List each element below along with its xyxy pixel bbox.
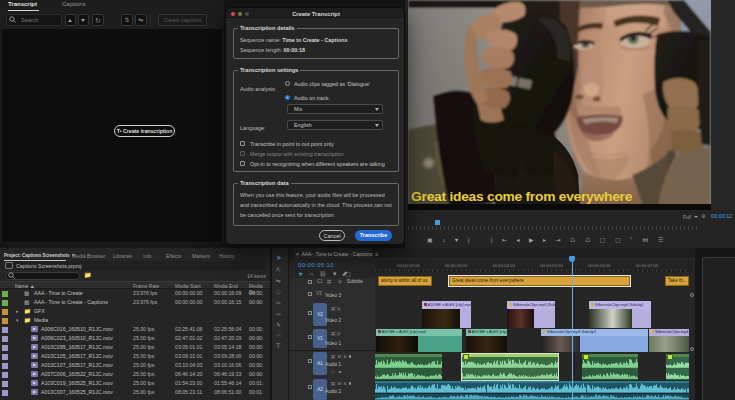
- svg-text:Great ideas come from everywhe: Great ideas come from everywhere: [411, 189, 633, 204]
